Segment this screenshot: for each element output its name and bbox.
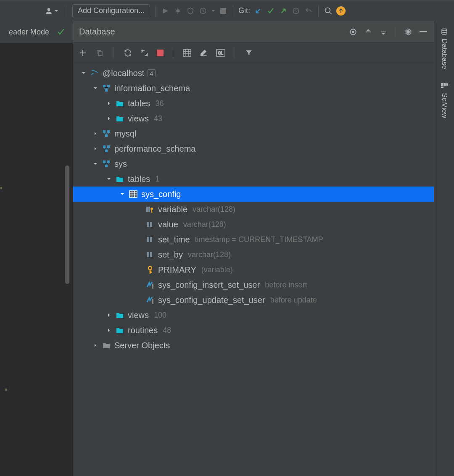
svg-rect-14 bbox=[103, 85, 106, 87]
svg-rect-24 bbox=[107, 160, 110, 163]
schema-diff-icon[interactable] bbox=[140, 48, 149, 58]
svg-rect-22 bbox=[105, 150, 108, 152]
svg-rect-18 bbox=[107, 130, 110, 133]
trigger-node[interactable]: sys_config_update_set_user before update bbox=[73, 292, 434, 308]
schema-node[interactable]: performance_schema bbox=[73, 141, 434, 156]
column-node[interactable]: set_time timestamp = CURRENT_TIMESTAMP bbox=[73, 232, 434, 247]
svg-rect-31 bbox=[150, 222, 152, 227]
folder-node[interactable]: views 100 bbox=[73, 308, 434, 323]
svg-rect-11 bbox=[183, 50, 191, 56]
git-label: Git: bbox=[238, 6, 250, 15]
folder-node[interactable]: tables 1 bbox=[73, 171, 434, 187]
search-icon[interactable] bbox=[324, 6, 333, 16]
chevron-down-icon bbox=[106, 176, 111, 181]
undo-icon[interactable] bbox=[304, 6, 313, 16]
add-configuration-button[interactable]: Add Configuration... bbox=[72, 4, 150, 17]
target-icon[interactable] bbox=[348, 27, 358, 37]
git-history-icon[interactable] bbox=[291, 6, 301, 16]
side-tab-sciview[interactable]: SciView bbox=[440, 80, 449, 121]
svg-point-8 bbox=[407, 31, 409, 33]
expand-all-icon[interactable] bbox=[364, 27, 373, 37]
svg-rect-19 bbox=[105, 134, 108, 137]
code-line: e names. " bbox=[0, 383, 73, 400]
svg-point-39 bbox=[442, 29, 447, 31]
git-commit-icon[interactable] bbox=[266, 6, 275, 16]
grid-icon bbox=[441, 83, 448, 90]
refresh-icon[interactable] bbox=[123, 48, 132, 58]
folder-node[interactable]: tables 36 bbox=[73, 96, 434, 111]
folder-icon bbox=[103, 342, 110, 349]
editor-body[interactable]: for the" contents" provide" e names. " d… bbox=[0, 43, 73, 476]
folder-node[interactable]: Server Objects bbox=[73, 338, 434, 353]
add-icon[interactable] bbox=[78, 48, 87, 58]
chevron-right-icon bbox=[93, 131, 98, 136]
datasource-node[interactable]: @localhost 4 bbox=[73, 66, 434, 81]
key-column-icon bbox=[146, 205, 154, 213]
folder-icon bbox=[116, 116, 124, 122]
column-icon bbox=[146, 236, 154, 243]
svg-rect-32 bbox=[147, 237, 149, 242]
gear-icon[interactable] bbox=[404, 27, 413, 37]
chevron-down-icon bbox=[211, 9, 215, 13]
stop-icon[interactable] bbox=[219, 6, 228, 16]
svg-rect-28 bbox=[148, 207, 150, 212]
debug-icon[interactable] bbox=[173, 6, 182, 16]
key-icon bbox=[146, 266, 154, 274]
chevron-down-icon bbox=[93, 161, 98, 166]
svg-rect-38 bbox=[152, 299, 153, 304]
update-icon[interactable] bbox=[336, 6, 346, 16]
schema-node[interactable]: sys bbox=[73, 156, 434, 171]
svg-point-5 bbox=[325, 8, 330, 13]
user-menu[interactable] bbox=[41, 5, 62, 17]
svg-rect-16 bbox=[105, 89, 108, 92]
svg-rect-33 bbox=[150, 237, 152, 242]
folder-icon bbox=[116, 327, 124, 334]
code-line: contents" bbox=[0, 181, 73, 198]
schema-node[interactable]: mysql bbox=[73, 126, 434, 141]
table-node[interactable]: sys_config bbox=[73, 187, 434, 202]
code-line: for the" bbox=[0, 81, 73, 97]
table-icon bbox=[129, 190, 137, 198]
reader-mode-tab[interactable]: eader Mode bbox=[9, 28, 49, 37]
svg-rect-9 bbox=[420, 31, 427, 32]
chevron-right-icon bbox=[93, 146, 98, 151]
key-node[interactable]: PRIMARY (variable) bbox=[73, 262, 434, 277]
collapse-all-icon[interactable] bbox=[379, 27, 388, 37]
trigger-icon bbox=[146, 296, 154, 304]
folder-icon bbox=[116, 176, 124, 182]
folder-node[interactable]: views 43 bbox=[73, 111, 434, 126]
user-icon bbox=[45, 7, 53, 15]
coverage-icon[interactable] bbox=[186, 6, 195, 16]
schema-icon bbox=[103, 84, 110, 92]
chevron-right-icon bbox=[106, 116, 111, 121]
scrollbar-thumb[interactable] bbox=[65, 166, 69, 284]
check-icon bbox=[57, 28, 65, 36]
copy-icon[interactable] bbox=[95, 48, 104, 58]
svg-point-1 bbox=[176, 9, 179, 13]
filter-icon[interactable] bbox=[244, 48, 253, 58]
svg-text:QL: QL bbox=[218, 51, 223, 55]
console-icon[interactable]: QL bbox=[216, 48, 225, 58]
stop-icon[interactable] bbox=[157, 50, 164, 56]
column-node[interactable]: set_by varchar(128) bbox=[73, 247, 434, 262]
trigger-icon bbox=[146, 281, 154, 289]
column-node[interactable]: variable varchar(128) bbox=[73, 202, 434, 217]
database-tree[interactable]: @localhost 4 information_schema tables 3… bbox=[73, 63, 434, 476]
side-tab-database[interactable]: Database bbox=[440, 25, 449, 72]
chevron-down-icon bbox=[81, 71, 86, 76]
svg-rect-43 bbox=[441, 87, 443, 88]
folder-node[interactable]: routines 48 bbox=[73, 323, 434, 338]
profile-icon[interactable] bbox=[198, 6, 208, 16]
svg-rect-3 bbox=[220, 8, 226, 14]
column-node[interactable]: value varchar(128) bbox=[73, 217, 434, 232]
schema-node[interactable]: information_schema bbox=[73, 81, 434, 96]
edit-icon[interactable] bbox=[199, 48, 209, 58]
run-icon[interactable] bbox=[161, 6, 170, 16]
minimize-icon[interactable] bbox=[419, 27, 428, 37]
svg-rect-35 bbox=[150, 252, 152, 257]
git-push-icon[interactable] bbox=[279, 6, 288, 16]
table-icon[interactable] bbox=[182, 48, 192, 58]
trigger-node[interactable]: sys_config_insert_set_user before insert bbox=[73, 277, 434, 292]
git-pull-icon[interactable] bbox=[253, 6, 263, 16]
svg-point-0 bbox=[48, 8, 50, 11]
